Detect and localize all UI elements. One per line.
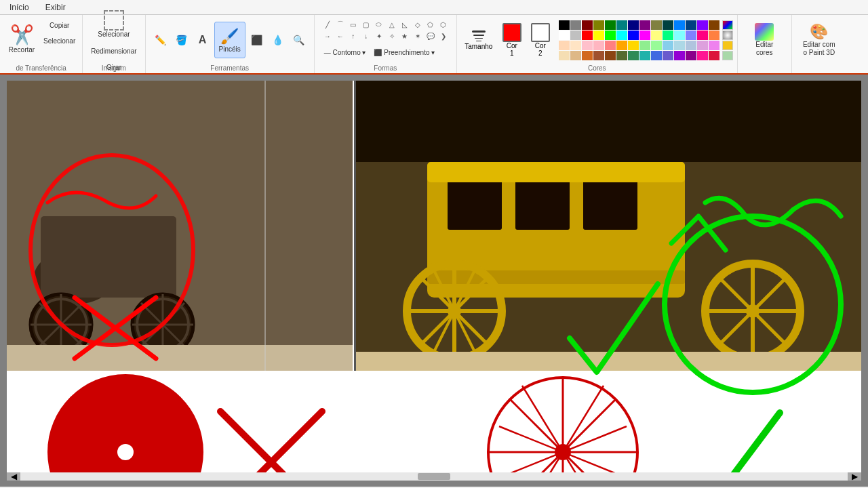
- fill-button[interactable]: 🪣: [172, 31, 191, 49]
- color-swatch[interactable]: [674, 20, 685, 30]
- recortar-button[interactable]: ✂️ Recortar: [4, 18, 39, 57]
- color-swatch[interactable]: [593, 41, 604, 50]
- color-swatch[interactable]: [639, 20, 650, 30]
- color-swatch[interactable]: [559, 41, 570, 50]
- color-swatch[interactable]: [674, 51, 685, 60]
- color-swatch[interactable]: [559, 30, 570, 40]
- editar-cores-button[interactable]: Editarcores: [751, 22, 778, 58]
- shape-pentagon[interactable]: ⬠: [425, 19, 437, 30]
- color-swatch[interactable]: [697, 41, 708, 50]
- color-swatch[interactable]: [559, 20, 570, 30]
- color-swatch[interactable]: [628, 30, 639, 40]
- menu-inicio[interactable]: Início: [5, 1, 33, 14]
- color-swatch[interactable]: [697, 30, 708, 40]
- paint3d-button[interactable]: 🎨 Editar como Paint 3D: [799, 22, 840, 58]
- color-swatch[interactable]: [593, 30, 604, 40]
- color-swatch[interactable]: [570, 51, 581, 60]
- color-swatch[interactable]: [709, 51, 719, 60]
- shape-callout[interactable]: 💬: [425, 30, 437, 41]
- magnifier-button[interactable]: 🔍: [290, 31, 309, 49]
- shape-ellipse[interactable]: ⬭: [373, 19, 385, 30]
- gradient-swatch[interactable]: [722, 20, 733, 30]
- color-swatch[interactable]: [697, 51, 708, 60]
- copy-button[interactable]: Copiar: [41, 18, 78, 33]
- scrollbar-thumb[interactable]: [418, 473, 451, 480]
- shape-curve[interactable]: ⌒: [334, 19, 347, 30]
- radial-swatch[interactable]: [722, 30, 733, 40]
- color-swatch[interactable]: [709, 30, 719, 40]
- color-swatch[interactable]: [686, 51, 696, 60]
- yellow-swatch[interactable]: [722, 41, 733, 50]
- color-swatch[interactable]: [616, 41, 627, 50]
- shape-roundrect[interactable]: ▢: [360, 19, 372, 30]
- tamanho-button[interactable]: Tamanho: [461, 20, 496, 60]
- color-swatch[interactable]: [686, 20, 696, 30]
- color-swatch[interactable]: [616, 30, 627, 40]
- cor2-selector[interactable]: Cor2: [528, 23, 553, 57]
- color-swatch[interactable]: [674, 41, 685, 50]
- shape-rect[interactable]: ▭: [347, 19, 359, 30]
- color-swatch[interactable]: [616, 20, 627, 30]
- shape-arrow-up[interactable]: ↑: [347, 30, 359, 41]
- color-swatch[interactable]: [709, 41, 719, 50]
- color-swatch[interactable]: [639, 41, 650, 50]
- color-swatch[interactable]: [709, 20, 719, 30]
- color-swatch[interactable]: [651, 41, 662, 50]
- color-swatch[interactable]: [605, 41, 616, 50]
- color-swatch[interactable]: [663, 51, 673, 60]
- shape-triangle[interactable]: △: [386, 19, 398, 30]
- scroll-left-btn[interactable]: ◀: [7, 472, 20, 481]
- color-swatch[interactable]: [582, 51, 593, 60]
- select-button[interactable]: Selecionar: [41, 33, 78, 48]
- color-swatch[interactable]: [605, 51, 616, 60]
- resize-button[interactable]: Redimensionar: [88, 43, 139, 58]
- shape-arrow-right[interactable]: →: [321, 30, 334, 41]
- color-swatch[interactable]: [663, 30, 673, 40]
- color-swatch[interactable]: [582, 30, 593, 40]
- shape-star4[interactable]: ✧: [386, 30, 398, 41]
- brush-button[interactable]: 🖌️ Pincéis: [214, 22, 245, 58]
- color-swatch[interactable]: [628, 20, 639, 30]
- color-swatch[interactable]: [616, 51, 627, 60]
- shape-arrow-down[interactable]: ↓: [360, 30, 372, 41]
- color-swatch[interactable]: [686, 41, 696, 50]
- menu-exibir[interactable]: Exibir: [41, 1, 70, 14]
- color-swatch[interactable]: [570, 20, 581, 30]
- cor1-selector[interactable]: Cor1: [499, 23, 525, 57]
- color-swatch[interactable]: [559, 51, 570, 60]
- shape-expand[interactable]: ❯: [437, 30, 450, 41]
- preenchimento-button[interactable]: ⬛ Preenchimento ▾: [371, 45, 437, 60]
- color-picker-button[interactable]: 💧: [269, 31, 288, 49]
- color-swatch[interactable]: [651, 20, 662, 30]
- shape-rtriangle[interactable]: ◺: [399, 19, 411, 30]
- select-tool-button[interactable]: Selecionar: [94, 5, 134, 42]
- lightgreen-swatch[interactable]: [722, 51, 733, 60]
- scroll-right-btn[interactable]: ▶: [848, 472, 861, 481]
- shape-star5[interactable]: ★: [399, 30, 411, 41]
- shape-arrow-left[interactable]: ←: [334, 30, 347, 41]
- color-swatch[interactable]: [628, 51, 639, 60]
- color-swatch[interactable]: [639, 51, 650, 60]
- shape-diamond[interactable]: ◇: [412, 19, 424, 30]
- color-swatch[interactable]: [639, 30, 650, 40]
- color-swatch[interactable]: [570, 41, 581, 50]
- h-scrollbar[interactable]: ◀ ▶: [7, 472, 861, 481]
- shape-line[interactable]: ╱: [321, 19, 334, 30]
- color-swatch[interactable]: [605, 20, 616, 30]
- color-swatch[interactable]: [674, 30, 685, 40]
- color-swatch[interactable]: [593, 20, 604, 30]
- color-swatch[interactable]: [593, 51, 604, 60]
- text-button[interactable]: A: [193, 31, 212, 49]
- color-swatch[interactable]: [651, 51, 662, 60]
- color-swatch[interactable]: [663, 41, 673, 50]
- color-swatch[interactable]: [628, 41, 639, 50]
- color-swatch[interactable]: [582, 20, 593, 30]
- color-swatch[interactable]: [651, 30, 662, 40]
- shape-star6[interactable]: ✶: [412, 30, 424, 41]
- color-swatch[interactable]: [605, 30, 616, 40]
- color-swatch[interactable]: [663, 20, 673, 30]
- color-swatch[interactable]: [686, 30, 696, 40]
- color-swatch[interactable]: [697, 20, 708, 30]
- shape-hexagon[interactable]: ⬡: [437, 19, 450, 30]
- drawing-canvas[interactable]: ◀ ▶: [7, 81, 861, 481]
